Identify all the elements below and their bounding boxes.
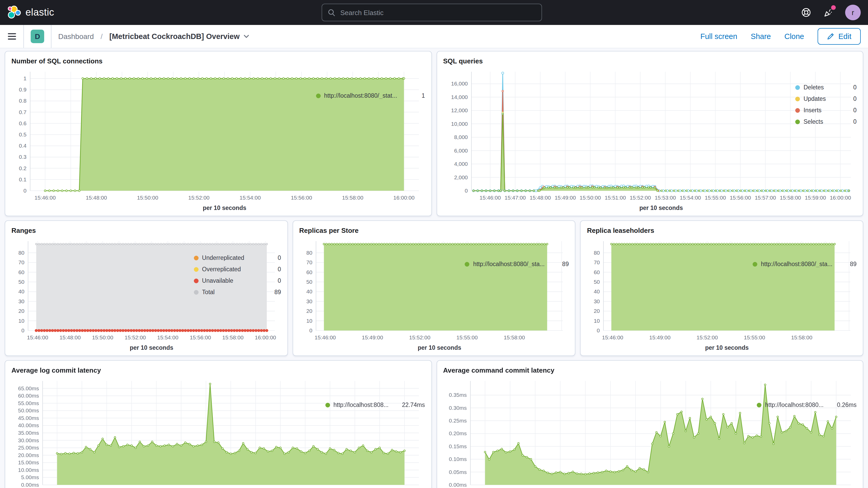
svg-text:70: 70 [594, 259, 600, 265]
svg-text:15:52:00: 15:52:00 [188, 195, 210, 201]
svg-text:55.00ms: 55.00ms [18, 400, 39, 406]
sql-queries-legend: Deletes0Updates0Inserts0Selects0 [793, 66, 857, 214]
svg-text:0.5: 0.5 [19, 131, 27, 138]
svg-text:15:46:00: 15:46:00 [35, 195, 56, 201]
breadcrumb-dashboard[interactable]: Dashboard [58, 32, 94, 40]
legend-item[interactable]: Inserts0 [795, 107, 857, 113]
svg-text:50: 50 [594, 279, 600, 285]
legend-item[interactable]: Total89 [194, 289, 281, 295]
svg-text:16,000: 16,000 [451, 81, 467, 87]
legend-item[interactable]: Underreplicated0 [194, 255, 281, 261]
legend-label: Updates [804, 96, 826, 102]
svg-text:15:54:00: 15:54:00 [157, 334, 179, 340]
legend-value: 0 [849, 96, 857, 102]
svg-text:0: 0 [464, 188, 467, 193]
series-color-dot [316, 93, 320, 98]
series-color-dot [465, 262, 470, 266]
svg-text:0.00ms: 0.00ms [448, 482, 466, 488]
series-color-dot [325, 402, 330, 407]
svg-text:0.2: 0.2 [19, 165, 27, 171]
svg-text:15:54:00: 15:54:00 [240, 195, 261, 201]
header-actions: r [800, 5, 861, 20]
legend-label: http://localhost:8080... [765, 402, 824, 408]
panel-avg-log-commit-latency: Average log commit latency 0.00ms5.00ms1… [5, 360, 432, 488]
svg-text:0.7: 0.7 [19, 109, 27, 115]
svg-text:6,000: 6,000 [454, 148, 467, 154]
avg-command-commit-latency-legend: http://localhost:8080...0.26ms [755, 376, 857, 488]
svg-text:60.00ms: 60.00ms [18, 393, 39, 399]
svg-text:4,000: 4,000 [454, 161, 467, 167]
legend-label: http://localhost:808... [334, 402, 389, 408]
user-avatar[interactable]: r [845, 5, 861, 20]
svg-text:20.00ms: 20.00ms [18, 452, 39, 458]
svg-text:40: 40 [306, 288, 312, 295]
svg-text:15:52:00: 15:52:00 [697, 334, 718, 340]
series-color-dot [795, 108, 800, 113]
svg-text:70: 70 [306, 259, 312, 265]
series-color-dot [194, 278, 198, 283]
svg-text:10: 10 [306, 318, 312, 324]
replicas-per-store-legend: http://localhost:8080/_sta...89 [463, 236, 569, 354]
legend-item[interactable]: http://localhost:8080/_sta...89 [753, 261, 857, 267]
share-button[interactable]: Share [751, 32, 771, 40]
avg-command-commit-latency-chart[interactable]: 0.00ms0.05ms0.10ms0.15ms0.20ms0.25ms0.30… [443, 376, 755, 488]
legend-label: Overreplicated [202, 266, 241, 272]
svg-text:15:53:00: 15:53:00 [654, 195, 676, 201]
svg-text:35.00ms: 35.00ms [18, 430, 39, 436]
legend-label: http://localhost:8080/_sta... [473, 261, 545, 267]
panel-number-of-sql-connections: Number of SQL connections 00.10.20.30.40… [5, 51, 432, 216]
dashboard-toolbar: D Dashboard / [Metricbeat CockroachDB] O… [0, 25, 868, 48]
replica-leaseholders-chart[interactable]: 0102030405060708015:46:0015:49:0015:52:0… [587, 236, 750, 354]
legend-item[interactable]: http://localhost:808...22.74ms [325, 402, 425, 408]
panel-ranges: Ranges 0102030405060708015:46:0015:48:00… [5, 220, 288, 356]
brand-wordmark: elastic [26, 7, 54, 18]
svg-text:0: 0 [21, 328, 24, 333]
svg-text:30: 30 [594, 298, 600, 304]
clone-button[interactable]: Clone [784, 32, 804, 40]
elastic-logo-icon [7, 6, 21, 19]
svg-text:65.00ms: 65.00ms [18, 385, 39, 391]
dashboard-title-menu[interactable]: [Metricbeat CockroachDB] Overview [110, 32, 249, 40]
svg-text:per 10 seconds: per 10 seconds [203, 205, 246, 211]
svg-text:15:50:00: 15:50:00 [137, 195, 158, 201]
legend-item[interactable]: Overreplicated0 [194, 266, 281, 272]
global-search-input[interactable]: Search Elastic [322, 4, 542, 21]
legend-item[interactable]: http://localhost:8080...0.26ms [757, 402, 857, 408]
pencil-icon [827, 33, 834, 40]
svg-text:2,000: 2,000 [454, 174, 467, 180]
menu-icon[interactable] [7, 32, 17, 41]
svg-text:0.6: 0.6 [19, 120, 27, 126]
edit-button[interactable]: Edit [817, 28, 861, 45]
legend-item[interactable]: Unavailable0 [194, 277, 281, 284]
ranges-legend: Underreplicated0Overreplicated0Unavailab… [191, 236, 281, 354]
dashboard-grid: Number of SQL connections 00.10.20.30.40… [0, 48, 868, 488]
legend-value: 0 [849, 107, 857, 113]
avg-log-commit-latency-chart[interactable]: 0.00ms5.00ms10.00ms15.00ms20.00ms25.00ms… [11, 376, 323, 488]
legend-item[interactable]: http://localhost:8080/_sta...89 [465, 261, 569, 267]
sql-queries-chart[interactable]: 02,0004,0006,0008,00010,00012,00014,0001… [443, 66, 793, 214]
newsfeed-icon[interactable] [823, 7, 834, 18]
help-icon[interactable] [800, 7, 812, 18]
sql-connections-chart[interactable]: 00.10.20.30.40.50.60.70.80.9115:46:0015:… [11, 66, 314, 214]
svg-text:15:52:00: 15:52:00 [629, 195, 651, 201]
legend-value: 0 [274, 277, 281, 284]
dashboard-app-badge[interactable]: D [31, 30, 44, 43]
legend-item[interactable]: Updates0 [795, 96, 857, 102]
legend-item[interactable]: Selects0 [795, 119, 857, 125]
svg-text:0: 0 [597, 328, 600, 333]
toolbar-actions: Full screen Share Clone Edit [701, 28, 868, 45]
svg-text:50: 50 [306, 279, 312, 285]
legend-item[interactable]: http://localhost:8080/_stat...1 [316, 92, 425, 99]
replicas-per-store-chart[interactable]: 0102030405060708015:46:0015:49:0015:52:0… [299, 236, 463, 354]
svg-text:15:49:00: 15:49:00 [554, 195, 576, 201]
svg-text:15:56:00: 15:56:00 [291, 195, 312, 201]
elastic-logo[interactable]: elastic [7, 6, 54, 19]
legend-item[interactable]: Deletes0 [795, 84, 857, 90]
kibana-dashboard-page: elastic Search Elastic [0, 0, 868, 488]
ranges-chart[interactable]: 0102030405060708015:46:0015:48:0015:50:0… [11, 236, 191, 354]
panel-title: Replica leaseholders [587, 226, 857, 235]
svg-text:15.00ms: 15.00ms [18, 459, 39, 465]
svg-text:15:52:00: 15:52:00 [125, 334, 146, 340]
full-screen-button[interactable]: Full screen [701, 32, 737, 40]
series-color-dot [795, 85, 800, 90]
